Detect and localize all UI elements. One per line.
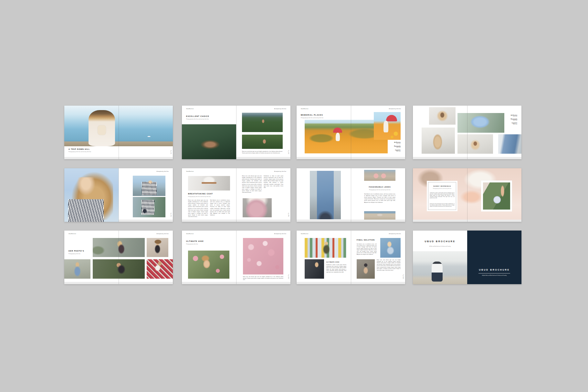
running-header-right: A template by John Doe	[157, 171, 169, 172]
spread-title: EXCELLENT CHOICE	[186, 115, 209, 117]
spread-byline: Photography by John Doe and more by John…	[429, 188, 456, 189]
framed-photo	[481, 181, 512, 211]
photo-cherry-blossom	[243, 238, 283, 274]
photo-roses-portrait	[188, 251, 229, 279]
photo-hooded-portrait	[429, 107, 456, 125]
red-umbrella-shape	[333, 128, 342, 133]
photo-denim-jacket	[64, 259, 90, 279]
credit-value: John Doe	[394, 151, 401, 152]
spread-title: MEMORIAL PLACES	[301, 114, 323, 116]
photo-hand-flower-ball	[483, 182, 510, 210]
credits-block: Art Direction John Doe Photography John …	[394, 140, 401, 152]
credit-value: John Doe	[394, 143, 401, 144]
spread-title: FASHIONABLE LOOKS	[364, 186, 395, 188]
photo-jeans	[498, 134, 521, 154]
page-gutter	[351, 106, 351, 159]
photo-black-jeans	[305, 259, 324, 279]
body-column: Etiam nunc ante dictum eget urna non fri…	[188, 200, 208, 218]
photo-sunglasses-sand	[364, 211, 395, 220]
page-gutter	[236, 231, 236, 284]
figure-woman-white-dress	[383, 121, 388, 132]
template-preview-canvas: A TRIP DOWN HILL Photography by John Doe…	[0, 0, 588, 392]
spread-title: ULTIMATE HIKE	[186, 240, 204, 242]
photo-blue-portrait	[380, 238, 401, 258]
running-header-left: Ubud Brochure	[186, 108, 194, 109]
body-column: Sed lobortis eros in vestibulum ornare, …	[364, 193, 395, 208]
running-header-left: Ubud Brochure	[301, 108, 309, 109]
spread-a-trip-down-hill[interactable]: A TRIP DOWN HILL Photography by John Doe…	[64, 106, 173, 159]
spread-ultimate-hike[interactable]: Ubud Brochure A template by John Doe ULT…	[182, 231, 290, 284]
spread-byline: Photography by John Doe and more by John…	[364, 189, 395, 191]
body-column: Sed lobortis eros in vestibulum ornare, …	[210, 200, 230, 218]
page-gutter	[467, 106, 467, 159]
back-cover-panel	[467, 231, 521, 284]
page-gutter	[236, 168, 236, 222]
page-gutter	[119, 168, 119, 222]
spread-fashionable-looks[interactable]: FASHIONABLE LOOKS Photography by John Do…	[297, 168, 405, 222]
figure-woman-white-dress	[336, 133, 340, 141]
credit-value: John Doe	[511, 116, 517, 117]
body-paragraph: Vestibulum ac diam sit amet quam vehicul…	[430, 192, 455, 202]
spread-title: A TRIP DOWN HILL	[68, 148, 90, 150]
running-header-left: Ubud Brochure	[186, 233, 194, 234]
photo-hood-snow	[457, 134, 493, 154]
running-header-right: A template by John Doe	[274, 233, 286, 234]
page-number: Pg. 9/16	[288, 213, 289, 217]
page-gutter	[467, 168, 467, 222]
credit-value: John Doe	[394, 147, 401, 148]
photo-poppy-portrait	[374, 112, 401, 140]
credits-block: Art Direction John Doe Photography John …	[511, 113, 517, 125]
photo-pink-sunglasses	[364, 170, 395, 181]
running-header-left: Ubud Brochure	[301, 233, 309, 234]
cover-title-left: UBUD BROCHURE	[413, 240, 467, 242]
figure-seated-man	[432, 262, 443, 282]
spread-title: BREATHTAKING COAT	[188, 193, 213, 195]
photo-caption: Etiam nunc ante dictum eget urna non fri…	[243, 276, 283, 281]
photo-supermarket-aisle	[305, 238, 346, 258]
spread-sunny-mornings[interactable]: SUNNY MORNINGS Photography by John Doe a…	[413, 168, 521, 222]
photo-caption: Etiam nunc ante dictum eget urna non fri…	[242, 151, 283, 156]
spread-byline: Photography by John Doe and more by John…	[186, 119, 209, 120]
photo-rock-portrait	[357, 259, 375, 279]
figure-woman-backpack	[89, 110, 115, 146]
page-number: Pg. 3/16	[288, 150, 289, 154]
photo-green-field-1	[242, 113, 283, 132]
page-number: Pg. 1/16	[170, 150, 172, 154]
photo-man-in-grass	[182, 124, 236, 159]
spread-title: HER PHOTO'S	[68, 250, 84, 252]
spread-portrait-glasses[interactable]: A template by John Doe Pg. 7/16	[64, 168, 173, 222]
spread-breathtaking-coat[interactable]: Ubud Brochure A template by John Doe BRE…	[182, 168, 290, 222]
text-card: SUNNY MORNINGS Photography by John Doe a…	[427, 181, 457, 211]
page-number: Pg. 15/16	[403, 274, 404, 279]
photo-ripped-jeans-sneakers	[310, 171, 341, 219]
photo-blue-knit	[457, 113, 504, 133]
red-umbrella-shape	[386, 115, 397, 121]
spread-final-solution[interactable]: Ubud Brochure A template by John Doe ULT…	[297, 231, 405, 284]
photo-portrait-glasses	[64, 168, 119, 222]
photo-striped-coffee	[133, 176, 165, 196]
running-header-right: A template by John Doe	[274, 108, 286, 109]
spread-excellent-choice[interactable]: Ubud Brochure A template by John Doe EXC…	[182, 106, 290, 159]
spread-byline: Photography by John Doe	[186, 243, 198, 245]
spread-title: FINAL SOLUTION	[357, 239, 375, 241]
spread-winter-collage[interactable]: Art Direction John Doe Photography John …	[413, 106, 521, 159]
spread-her-photos[interactable]: Ubud Brochure A template by John Doe HER…	[64, 231, 173, 284]
cover-title-right: UBUD BROCHURE	[467, 269, 521, 271]
running-header-left: Ubud Brochure	[186, 171, 194, 172]
spread-byline: Photography by John Doe	[68, 253, 80, 254]
spread-cover-ubud-brochure[interactable]: UBUD BROCHURE A White and Blue Brochure …	[413, 231, 521, 284]
photo-plaid-coat-dog	[147, 259, 173, 279]
photo-coat-belt	[188, 176, 230, 191]
page-gutter	[351, 231, 351, 284]
photo-man-on-beach	[413, 251, 467, 284]
cover-subtitle-left: A White and Blue Brochure for Fashion an…	[419, 246, 461, 247]
running-header-right: A template by John Doe	[157, 233, 169, 234]
body-column: Etiam nunc ante dictum eget urna non fri…	[242, 175, 262, 197]
photo-beige-coat-snow	[422, 128, 455, 154]
spread-title: SUNNY MORNINGS	[429, 185, 456, 187]
spread-memorial-places[interactable]: Ubud Brochure A template by John Doe MEM…	[297, 106, 405, 159]
cover-divider-line	[478, 273, 510, 273]
page-gutter	[119, 231, 119, 284]
section-title-left: ULTIMATE HIKE	[326, 261, 340, 263]
page-gutter	[236, 106, 236, 159]
